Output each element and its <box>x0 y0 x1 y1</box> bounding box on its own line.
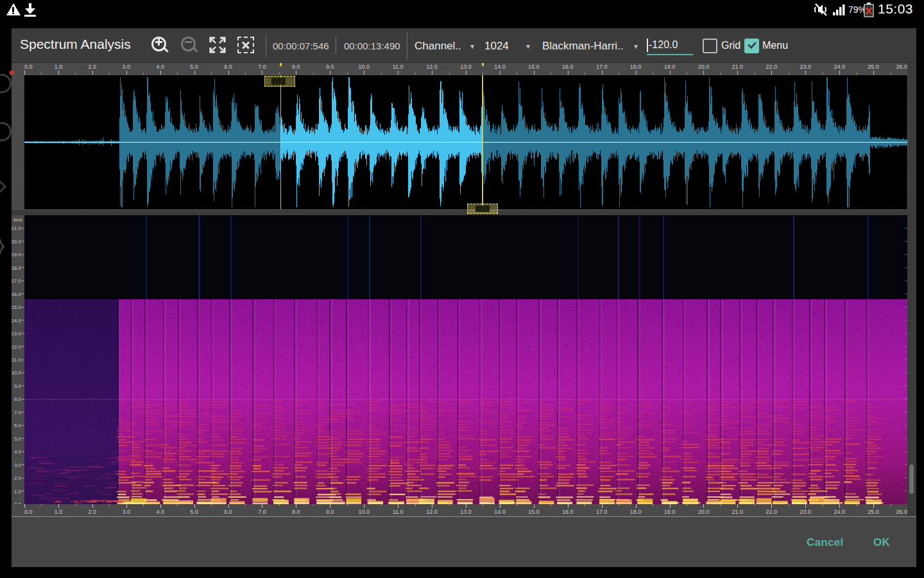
chevron-down-icon[interactable]: ▼ <box>525 43 531 50</box>
ruler-tick-label: 21.0 <box>732 64 744 70</box>
zoom-in-icon[interactable] <box>150 35 169 55</box>
window-function-dropdown[interactable]: Blackman-Harri.. <box>542 40 624 53</box>
spectrogram-canvas[interactable] <box>24 215 907 504</box>
ruler-tick <box>109 504 110 506</box>
ruler-tick-label: 17.0 <box>596 509 608 515</box>
background-toolbar-fragment <box>0 19 12 578</box>
ruler-tick <box>823 504 823 506</box>
ruler-tick-label: 18.0 <box>630 64 642 70</box>
ruler-tick-label: 24.0 <box>834 509 845 515</box>
ruler-tick-label: 0.0 <box>24 509 33 515</box>
ruler-tick-label: 18.0 <box>630 509 642 515</box>
ruler-tick <box>296 504 296 508</box>
selection-start-handle[interactable] <box>264 76 295 87</box>
ruler-tick-label: 2.0 <box>89 64 97 70</box>
freq-tick-label: 10.0 <box>11 370 21 376</box>
ruler-tick-label: 25.0 <box>868 509 879 515</box>
ruler-tick-label: 24.0 <box>834 64 845 70</box>
ruler-tick <box>432 504 432 508</box>
ruler-selection-mark <box>280 63 282 66</box>
ruler-tick <box>313 504 314 506</box>
ruler-tick <box>75 504 76 506</box>
ruler-tick <box>602 504 603 508</box>
db-floor-input[interactable]: -120.0 <box>647 37 693 55</box>
spectrum-analysis-dialog: Spectrum Analysis 00:00:07:546 00:00:13:… <box>12 28 916 566</box>
ruler-tick <box>687 504 687 506</box>
signal-icon <box>833 4 847 15</box>
ruler-tick <box>228 504 229 508</box>
selection-end-handle[interactable] <box>467 204 498 214</box>
fullscreen-icon[interactable] <box>208 35 227 55</box>
ok-button[interactable]: OK <box>873 536 890 549</box>
freq-tick-label: 7.0 <box>14 409 21 415</box>
clear-selection-icon[interactable] <box>237 37 254 53</box>
ruler-tick <box>755 504 755 506</box>
bottom-time-ruler[interactable]: 0.01.02.03.04.05.06.07.08.09.010.011.012… <box>24 504 907 516</box>
ruler-tick <box>466 504 466 508</box>
ruler-tick-label: 8.0 <box>292 509 300 515</box>
ruler-tick-label: 17.0 <box>596 64 608 70</box>
ruler-tick-label: 13.0 <box>460 64 472 70</box>
ruler-tick-label: 15.0 <box>528 509 540 515</box>
ruler-tick-label: 5.0 <box>190 509 198 515</box>
menu-checkbox[interactable] <box>744 39 759 53</box>
ruler-tick <box>330 504 330 508</box>
page-title: Spectrum Analysis <box>20 37 131 52</box>
ruler-tick <box>721 504 721 506</box>
ruler-tick <box>347 504 348 506</box>
ruler-tick <box>653 504 653 506</box>
ruler-tick-label: 12.0 <box>426 509 438 515</box>
ruler-tick-label: 6.0 <box>224 509 232 515</box>
ruler-tick <box>41 504 42 506</box>
grid-checkbox-label[interactable]: Grid <box>721 40 740 51</box>
background-zoom-icon <box>0 74 12 93</box>
ruler-tick-label: 4.0 <box>156 509 164 515</box>
ruler-tick-label: 10.0 <box>358 509 370 515</box>
channel-dropdown[interactable]: Channel.. <box>415 40 461 53</box>
ruler-tick <box>737 504 738 508</box>
ruler-tick-label: 4.0 <box>156 64 164 70</box>
ruler-tick <box>771 504 772 508</box>
ruler-left-spacer <box>12 504 24 516</box>
freq-tick-label: 3.0 <box>14 462 21 468</box>
freq-tick-label: 16.0 <box>11 291 21 297</box>
fft-size-dropdown[interactable]: 1024 <box>484 40 509 53</box>
ruler-tick <box>449 504 450 506</box>
chevron-down-icon[interactable]: ▼ <box>469 43 475 50</box>
freq-tick-label: 5.0 <box>14 435 21 441</box>
ruler-tick <box>585 504 585 506</box>
chevron-down-icon[interactable]: ▼ <box>633 43 639 50</box>
freq-tick-label: 6.0 <box>14 423 21 428</box>
ruler-tick-label: 5.0 <box>190 64 198 70</box>
grid-checkbox[interactable] <box>703 39 717 53</box>
ruler-tick-label: 25.0 <box>868 64 879 70</box>
freq-tick-label: 19.0 <box>11 252 21 258</box>
ruler-tick <box>211 504 212 506</box>
selection-end-line <box>482 75 483 209</box>
top-time-ruler[interactable]: 0.01.02.03.04.05.06.07.08.09.010.011.012… <box>24 63 907 74</box>
status-bar: 79% 15:03 <box>0 0 924 19</box>
ruler-tick-label: 23.0 <box>800 509 811 515</box>
ruler-tick-label: 8.0 <box>292 64 300 70</box>
zoom-out-icon[interactable] <box>180 35 199 55</box>
ruler-tick <box>568 504 569 508</box>
cancel-button[interactable]: Cancel <box>807 536 844 549</box>
ruler-tick-label: 10.0 <box>358 64 370 70</box>
ruler-tick-label: 26.0 <box>896 64 907 70</box>
ruler-tick-label: 13.0 <box>460 509 472 515</box>
freq-tick-label: 9.0 <box>14 383 21 389</box>
check-icon <box>748 40 757 49</box>
scrollbar-handle[interactable] <box>909 464 914 494</box>
ruler-tick-label: 6.0 <box>224 64 232 70</box>
selection-start-line <box>280 75 282 209</box>
menu-checkbox-label[interactable]: Menu <box>762 40 788 51</box>
vibrate-icon <box>814 3 830 17</box>
ruler-tick-label: 7.0 <box>258 64 266 70</box>
ruler-tick <box>177 504 178 506</box>
ruler-tick <box>364 504 364 508</box>
background-zoom-icon <box>0 122 12 141</box>
waveform-canvas[interactable] <box>24 75 907 209</box>
clock: 15:03 <box>878 1 913 17</box>
ruler-tick-label: 11.0 <box>393 509 404 515</box>
ruler-tick <box>245 504 246 506</box>
